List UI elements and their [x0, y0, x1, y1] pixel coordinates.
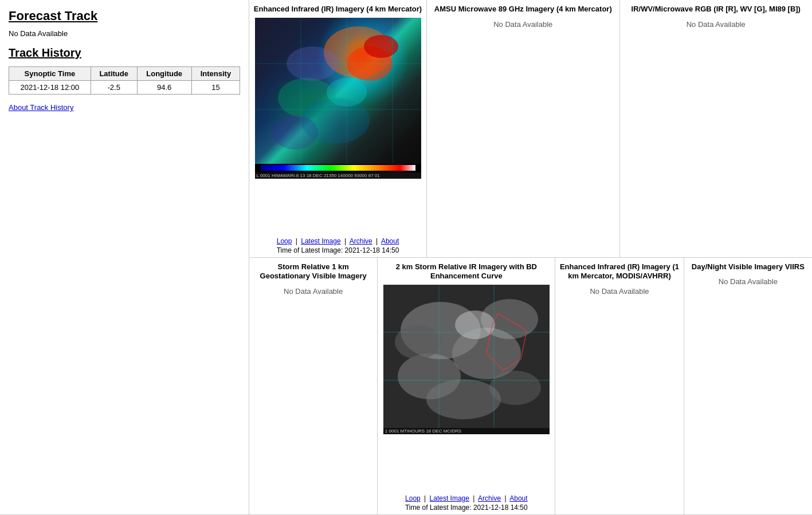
forecast-track-title: Forecast Track [9, 9, 240, 23]
panel-rgb-title: IR/WV/Microwave RGB (IR [R], WV [G], MI8… [631, 5, 801, 14]
storm-ir-archive-link[interactable]: Archive [478, 494, 501, 502]
storm-ir-loop-link[interactable]: Loop [405, 494, 421, 502]
panel-enhanced-1km: Enhanced Infrared (IR) Imagery (1 km Mer… [555, 258, 684, 515]
svg-point-21 [395, 325, 441, 359]
svg-point-22 [489, 371, 541, 405]
col-intensity: Intensity [191, 67, 240, 81]
storm-ir-latest-image-link[interactable]: Latest Image [430, 494, 469, 502]
svg-point-2 [364, 35, 398, 58]
ir-image-bar: L 0001 HIMAWARI-8 13 18 DEC 21350 140000… [255, 172, 421, 179]
storm-ir-image-container: 1 0001 MTIHOURS 18 DEC MCIDRS [380, 285, 552, 492]
ir-loop-link[interactable]: Loop [277, 237, 292, 245]
ir-timestamp: Time of Latest Image: 2021-12-18 14:50 [277, 246, 399, 254]
storm-ir-timestamp: Time of Latest Image: 2021-12-18 14:50 [405, 504, 528, 512]
latitude-value: -2.5 [91, 81, 137, 95]
storm-ir-about-link[interactable]: About [509, 494, 527, 502]
panel-ir-title: Enhanced Infrared (IR) Imagery (4 km Mer… [254, 5, 422, 14]
storm-svg-overlay [383, 285, 550, 428]
svg-point-23 [455, 310, 495, 339]
panel-amsu-title: AMSU Microwave 89 GHz Imagery (4 km Merc… [434, 5, 612, 14]
panel-vis: Storm Relative 1 km Geostationary Visibl… [249, 258, 378, 515]
storm-ir-image-bar: 1 0001 MTIHOURS 18 DEC MCIDRS [383, 428, 550, 434]
top-panels-row: Enhanced Infrared (IR) Imagery (4 km Mer… [249, 0, 812, 258]
panel-storm-ir-title: 2 km Storm Relative IR Imagery with BD E… [380, 262, 552, 282]
enhanced-1km-no-data: No Data Available [590, 287, 649, 296]
svg-rect-14 [261, 165, 415, 171]
storm-ir-satellite-image [383, 285, 550, 428]
track-history-table: Synoptic Time Latitude Longitude Intensi… [9, 66, 240, 95]
right-panels: Enhanced Infrared (IR) Imagery (4 km Mer… [249, 0, 812, 515]
intensity-value: 15 [191, 81, 240, 95]
about-track-history-link[interactable]: About Track History [9, 103, 73, 112]
panel-vis-title: Storm Relative 1 km Geostationary Visibl… [252, 262, 374, 282]
vis-no-data: No Data Available [284, 287, 343, 296]
table-row: 2021-12-18 12:00 -2.5 94.6 15 [9, 81, 240, 95]
panel-amsu: AMSU Microwave 89 GHz Imagery (4 km Merc… [427, 0, 620, 257]
panel-viirs-title: Day/Night Visible Imagery VIIRS [692, 262, 805, 272]
col-longitude: Longitude [137, 67, 191, 81]
svg-point-5 [272, 115, 318, 150]
ir-latest-image-link[interactable]: Latest Image [301, 237, 340, 245]
ir-satellite-image [255, 18, 421, 172]
col-latitude: Latitude [91, 67, 137, 81]
panel-rgb: IR/WV/Microwave RGB (IR [R], WV [G], MI8… [620, 0, 813, 257]
ir-svg-overlay [255, 18, 421, 172]
track-history-title: Track History [9, 46, 240, 60]
ir-image-container: L 0001 HIMAWARI-8 13 18 DEC 21350 140000… [252, 18, 423, 234]
forecast-no-data: No Data Available [9, 29, 240, 38]
panel-storm-ir: 2 km Storm Relative IR Imagery with BD E… [378, 258, 555, 515]
panel-ir: Enhanced Infrared (IR) Imagery (4 km Mer… [249, 0, 427, 257]
ir-panel-links: Loop | Latest Image | Archive | About [277, 237, 399, 245]
viirs-no-data: No Data Available [719, 277, 778, 286]
synoptic-time-value: 2021-12-18 12:00 [9, 81, 91, 95]
ir-archive-link[interactable]: Archive [350, 237, 372, 245]
storm-ir-image-label: 1 0001 MTIHOURS 18 DEC MCIDRS [385, 428, 461, 434]
amsu-no-data: No Data Available [493, 20, 552, 29]
ir-about-link[interactable]: About [381, 237, 399, 245]
left-panel: Forecast Track No Data Available Track H… [0, 0, 249, 515]
svg-point-20 [426, 379, 501, 419]
longitude-value: 94.6 [137, 81, 191, 95]
storm-ir-panel-links: Loop | Latest Image | Archive | About [405, 494, 528, 502]
ir-image-label: L 0001 HIMAWARI-8 13 18 DEC 21350 140000… [257, 173, 380, 178]
main-layout: Forecast Track No Data Available Track H… [0, 0, 812, 515]
rgb-no-data: No Data Available [687, 20, 746, 29]
bottom-panels-row: Storm Relative 1 km Geostationary Visibl… [249, 258, 812, 516]
col-synoptic-time: Synoptic Time [9, 67, 91, 81]
panel-viirs: Day/Night Visible Imagery VIIRS No Data … [684, 258, 812, 515]
panel-enhanced-1km-title: Enhanced Infrared (IR) Imagery (1 km Mer… [558, 262, 680, 282]
